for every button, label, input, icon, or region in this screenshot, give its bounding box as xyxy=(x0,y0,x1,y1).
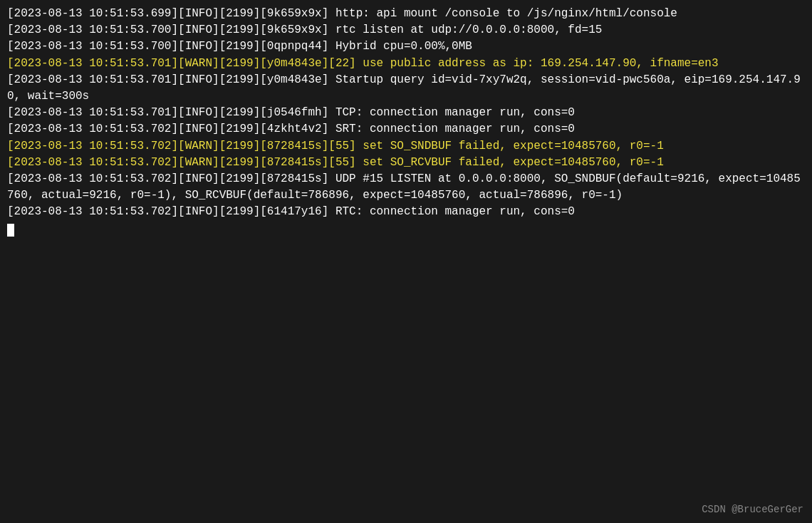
log-line: [2023-08-13 10:51:53.702][INFO][2199][87… xyxy=(7,171,805,204)
log-line: [2023-08-13 10:51:53.699][INFO][2199][9k… xyxy=(7,6,805,22)
log-line: [2023-08-13 10:51:53.701][INFO][2199][j0… xyxy=(7,105,805,121)
log-line: [2023-08-13 10:51:53.702][WARN][2199][87… xyxy=(7,155,805,171)
cursor xyxy=(7,224,14,237)
log-line: [2023-08-13 10:51:53.701][INFO][2199][y0… xyxy=(7,72,805,105)
terminal-window: [2023-08-13 10:51:53.699][INFO][2199][9k… xyxy=(0,0,812,523)
log-line: [2023-08-13 10:51:53.702][INFO][2199][61… xyxy=(7,204,805,220)
log-line: [2023-08-13 10:51:53.700][INFO][2199][9k… xyxy=(7,22,805,38)
log-container: [2023-08-13 10:51:53.699][INFO][2199][9k… xyxy=(7,6,805,220)
log-line: [2023-08-13 10:51:53.700][INFO][2199][0q… xyxy=(7,38,805,55)
log-line: [2023-08-13 10:51:53.702][INFO][2199][4z… xyxy=(7,121,805,138)
log-line: [2023-08-13 10:51:53.701][WARN][2199][y0… xyxy=(7,56,805,72)
log-line: [2023-08-13 10:51:53.702][WARN][2199][87… xyxy=(7,138,805,155)
watermark: CSDN @BruceGerGer xyxy=(702,503,803,517)
